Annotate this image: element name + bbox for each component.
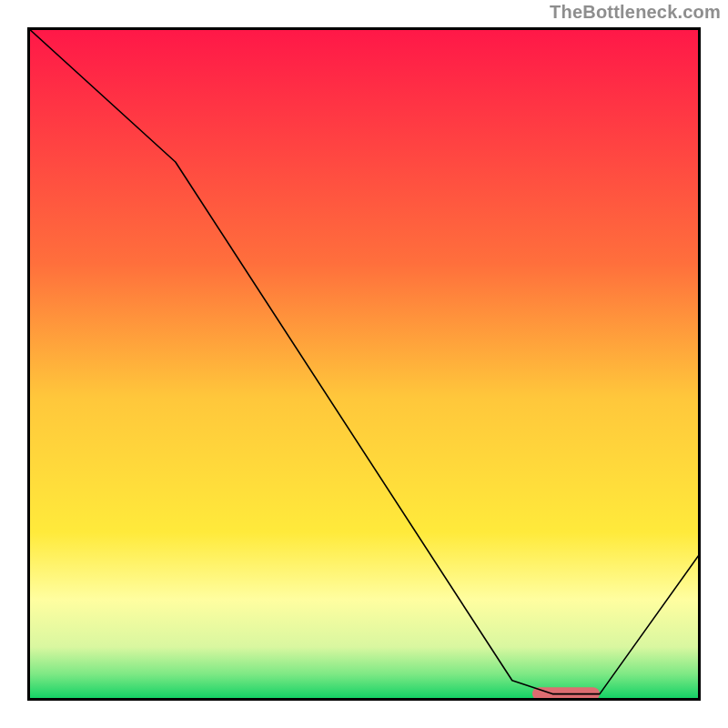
gradient-bg <box>27 27 701 701</box>
chart-stage: TheBottleneck.com <box>0 0 728 728</box>
chart-svg <box>27 27 701 701</box>
plot-area <box>27 27 701 701</box>
watermark-label: TheBottleneck.com <box>550 2 721 23</box>
